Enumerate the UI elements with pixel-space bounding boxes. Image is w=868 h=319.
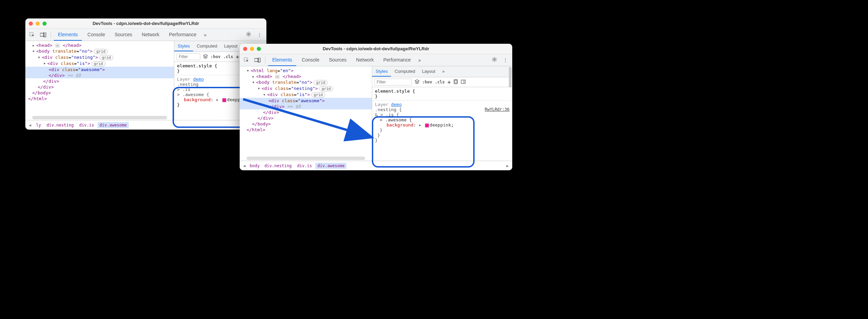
dom-html-close[interactable]: </html>: [25, 96, 174, 102]
filter-input[interactable]: [176, 53, 200, 60]
tab-performance[interactable]: Performance: [379, 54, 415, 66]
dom-div-nesting[interactable]: ▾<div class="nesting">grid: [240, 85, 372, 92]
hov-button[interactable]: :hov: [211, 54, 221, 59]
vertical-scrollbar[interactable]: [509, 67, 512, 160]
dom-div-is[interactable]: ▾<div class="is">grid: [240, 92, 372, 98]
minimize-icon[interactable]: [250, 47, 254, 51]
layer-row[interactable]: Layer demo: [375, 102, 510, 107]
dom-head[interactable]: ▸<head> ⋯ </head>: [25, 42, 174, 48]
horizontal-scrollbar[interactable]: [32, 116, 167, 119]
device-toggle-icon[interactable]: [253, 55, 262, 65]
selector-is[interactable]: & > .is {: [375, 112, 510, 117]
dom-head[interactable]: ▸<head> ⋯ </head>: [240, 74, 372, 79]
device-toggle-icon[interactable]: [38, 30, 48, 40]
breadcrumb-item[interactable]: ly: [34, 122, 43, 128]
dom-div-nesting[interactable]: ▾<div class="nesting">grid: [25, 54, 174, 61]
chevron-left-icon[interactable]: ◀: [242, 163, 247, 168]
tab-layout[interactable]: Layout: [418, 67, 439, 77]
breadcrumb-item[interactable]: div.nesting: [45, 122, 76, 128]
kebab-icon[interactable]: ⋮: [255, 32, 264, 38]
dom-body[interactable]: ▾<body translate="no">grid: [25, 48, 174, 54]
horizontal-scrollbar[interactable]: [247, 157, 365, 160]
inspect-icon[interactable]: [27, 30, 37, 40]
dom-div-awesome-close[interactable]: </div> == $0: [240, 104, 372, 109]
gear-icon[interactable]: [244, 31, 253, 38]
dom-body-close[interactable]: </body>: [25, 90, 174, 96]
source-link[interactable]: RwYLRdr:36: [485, 107, 510, 112]
hov-button[interactable]: :hov: [422, 80, 432, 84]
element-style-rule[interactable]: element.style {: [375, 89, 510, 94]
grid-badge[interactable]: grid: [94, 49, 108, 54]
tab-styles[interactable]: Styles: [174, 41, 193, 51]
dom-html-close[interactable]: </html>: [240, 127, 372, 133]
tab-styles[interactable]: Styles: [372, 67, 391, 77]
color-swatch[interactable]: [425, 123, 429, 128]
dom-div-awesome[interactable]: <div class="awesome">: [25, 67, 174, 72]
ellipsis-icon[interactable]: ⋯: [275, 75, 280, 79]
tab-console[interactable]: Console: [298, 54, 323, 66]
tabs-overflow-icon[interactable]: »: [202, 32, 209, 38]
tab-elements[interactable]: Elements: [54, 29, 82, 41]
styles-rules[interactable]: element.style { } Layer demo .nesting {R…: [372, 87, 512, 161]
dom-div-is[interactable]: ▾<div class="is">grid: [25, 61, 174, 67]
chevron-left-icon[interactable]: ◀: [27, 123, 33, 128]
tab-sources[interactable]: Sources: [111, 29, 136, 41]
color-swatch[interactable]: [222, 98, 226, 102]
tab-elements[interactable]: Elements: [268, 54, 296, 66]
grid-badge[interactable]: grid: [99, 55, 113, 60]
tab-sources[interactable]: Sources: [325, 54, 351, 66]
breadcrumb-item-selected[interactable]: div.awesome: [315, 163, 347, 169]
minimize-icon[interactable]: [36, 22, 40, 26]
filter-input[interactable]: [374, 79, 412, 85]
panel-icon[interactable]: [461, 79, 466, 85]
plus-icon[interactable]: +: [448, 79, 451, 85]
breadcrumb-item[interactable]: div.is: [295, 163, 314, 169]
dom-div-is-close[interactable]: </div>: [240, 109, 372, 115]
tab-computed[interactable]: Computed: [391, 67, 418, 77]
chevron-right-icon[interactable]: ▶: [505, 163, 510, 168]
plus-icon[interactable]: +: [236, 54, 239, 60]
tab-computed[interactable]: Computed: [193, 41, 221, 51]
tab-layout[interactable]: Layout: [221, 41, 241, 51]
tabs-overflow-icon[interactable]: »: [416, 57, 423, 63]
cls-button[interactable]: .cls: [223, 54, 233, 59]
ellipsis-icon[interactable]: ⋯: [55, 43, 60, 48]
background-property[interactable]: background: ▸ deeppink;: [375, 122, 510, 128]
close-icon[interactable]: [243, 47, 247, 51]
maximize-icon[interactable]: [257, 47, 261, 51]
selector-awesome[interactable]: > .awesome {: [375, 117, 510, 122]
tabs-overflow-icon[interactable]: »: [439, 67, 448, 77]
grid-badge[interactable]: grid: [319, 86, 333, 91]
maximize-icon[interactable]: [42, 22, 47, 26]
selector-nesting[interactable]: .nesting {RwYLRdr:36: [375, 107, 510, 112]
titlebar[interactable]: DevTools - cdpn.io/web-dot-dev/fullpage/…: [25, 18, 266, 29]
inspect-icon[interactable]: [242, 55, 251, 65]
layers-icon[interactable]: [203, 54, 208, 60]
grid-badge[interactable]: grid: [314, 80, 328, 85]
breadcrumb-item-selected[interactable]: div.awesome: [98, 122, 129, 128]
layer-link[interactable]: demo: [193, 77, 204, 82]
gear-icon[interactable]: [490, 57, 499, 63]
titlebar[interactable]: DevTools - cdpn.io/web-dot-dev/fullpage/…: [240, 44, 512, 54]
kebab-icon[interactable]: ⋮: [501, 57, 510, 63]
cls-button[interactable]: .cls: [435, 80, 445, 84]
layers-icon[interactable]: [415, 79, 419, 85]
tab-network[interactable]: Network: [352, 54, 378, 66]
grid-badge[interactable]: grid: [311, 92, 325, 97]
layer-link[interactable]: demo: [391, 102, 402, 107]
breadcrumb-item[interactable]: div.is: [77, 122, 96, 128]
dom-tree[interactable]: ▸<head> ⋯ </head> ▾<body translate="no">…: [25, 41, 174, 120]
grid-badge[interactable]: grid: [91, 61, 105, 66]
dom-div-awesome[interactable]: <div class="awesome">: [240, 98, 372, 104]
tab-performance[interactable]: Performance: [165, 29, 200, 41]
dom-html[interactable]: ▾<html lang="en">: [240, 68, 372, 74]
dom-div-nesting-close[interactable]: </div>: [240, 115, 372, 121]
close-icon[interactable]: [29, 22, 33, 26]
device-icon[interactable]: [453, 79, 458, 85]
breadcrumb-item[interactable]: div.nesting: [262, 163, 293, 169]
dom-div-nesting-close[interactable]: </div>: [25, 84, 174, 90]
dom-tree[interactable]: ▾<html lang="en"> ▸<head> ⋯ </head> ▾<bo…: [240, 66, 372, 161]
breadcrumb-item[interactable]: body: [248, 163, 261, 169]
dom-div-awesome-close[interactable]: </div> == $0: [25, 72, 174, 78]
dom-body-close[interactable]: </body>: [240, 121, 372, 127]
